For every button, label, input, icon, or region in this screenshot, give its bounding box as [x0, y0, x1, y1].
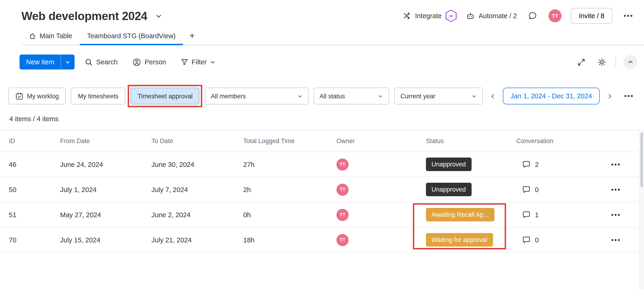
ellipsis-icon — [615, 164, 616, 165]
owner-avatar[interactable]: TT — [336, 234, 348, 246]
cell-from-date: July 15, 2024 — [60, 236, 152, 244]
table-row[interactable]: 70 July 15, 2024 July 21, 2024 18h TT Wa… — [0, 228, 644, 253]
cell-to-date: July 7, 2024 — [152, 186, 243, 193]
conversation-count: 1 — [535, 211, 539, 218]
page-title: Web development 2024 — [22, 9, 147, 22]
period-dropdown-value: Current year — [400, 92, 436, 100]
filterbar-more-menu-button[interactable] — [622, 90, 635, 102]
scrollbar-thumb[interactable] — [640, 132, 643, 188]
status-badge[interactable]: Unapproved — [426, 183, 471, 196]
chevron-down-icon — [297, 94, 302, 98]
status-badge[interactable]: Waiting for approval — [426, 233, 493, 246]
ellipsis-icon — [615, 214, 616, 216]
new-item-button[interactable]: New item — [20, 54, 61, 70]
person-icon — [132, 58, 142, 66]
cell-total-logged-time: 27h — [243, 160, 336, 168]
toolbar: New item Search Person Filter — [0, 45, 644, 75]
chevron-down-icon — [378, 94, 383, 98]
robot-icon — [466, 12, 475, 20]
speech-bubble-icon — [522, 210, 531, 219]
column-header-owner[interactable]: Owner — [336, 138, 426, 144]
ellipsis-icon — [627, 15, 629, 17]
column-header-to-date[interactable]: To Date — [152, 138, 243, 144]
owner-avatar[interactable]: TT — [336, 158, 348, 170]
table-row[interactable]: 51 May 27, 2024 June 2, 2024 0h TT Await… — [0, 202, 644, 228]
my-worklog-button[interactable]: My worklog — [8, 88, 66, 104]
owner-avatar[interactable]: TT — [336, 208, 348, 221]
cell-total-logged-time: 2h — [243, 186, 336, 193]
collapse-toolbar-button[interactable] — [624, 55, 638, 69]
row-menu-button[interactable] — [609, 183, 622, 196]
my-timesheets-label: My timesheets — [78, 92, 118, 100]
automate-button[interactable]: Automate / 2 — [466, 12, 517, 20]
search-button[interactable]: Search — [80, 54, 122, 70]
settings-gear-icon[interactable] — [595, 56, 608, 68]
funnel-icon — [181, 58, 188, 66]
cell-from-date: May 27, 2024 — [60, 211, 152, 218]
integrate-button[interactable]: Integrate ∞ — [403, 10, 457, 22]
column-header-status[interactable]: Status — [426, 138, 516, 144]
board-tabs: Main Table Teamboard STG (BoardView) + — [22, 27, 644, 45]
cell-total-logged-time: 0h — [243, 211, 336, 218]
row-menu-button[interactable] — [609, 208, 622, 221]
conversation-button[interactable]: 2 — [516, 160, 591, 169]
calendar-check-icon — [16, 92, 23, 100]
timesheet-approval-button[interactable]: Timesheet approval — [131, 88, 200, 104]
vertical-scrollbar[interactable] — [639, 130, 644, 289]
table-row[interactable]: 50 July 1, 2024 July 7, 2024 2h TT Unapp… — [0, 177, 644, 202]
chevron-down-icon — [210, 60, 215, 64]
person-filter-button[interactable]: Person — [128, 54, 171, 70]
my-timesheets-button[interactable]: My timesheets — [71, 88, 126, 104]
chat-icon[interactable] — [526, 9, 539, 22]
board-page: Web development 2024 Integrate ∞ Automat… — [0, 0, 644, 289]
integrate-label: Integrate — [415, 12, 442, 20]
header-more-menu-button[interactable] — [622, 9, 635, 22]
conversation-count: 2 — [535, 160, 539, 168]
cell-id: 46 — [9, 160, 60, 168]
owner-avatar[interactable]: TT — [336, 184, 348, 196]
column-header-id[interactable]: ID — [9, 138, 60, 144]
members-dropdown-value: All members — [211, 92, 246, 100]
row-menu-button[interactable] — [609, 158, 622, 171]
next-period-button[interactable] — [605, 90, 615, 102]
column-header-conversation[interactable]: Conversation — [516, 138, 591, 144]
board-title-menu[interactable]: Web development 2024 — [22, 9, 165, 22]
new-item-dropdown-button[interactable] — [61, 54, 75, 70]
filter-button[interactable]: Filter — [176, 54, 220, 70]
conversation-button[interactable]: 1 — [516, 210, 591, 219]
cell-to-date: June 30, 2024 — [152, 160, 243, 168]
invite-button[interactable]: Invite / 8 — [571, 8, 612, 24]
status-badge[interactable]: Awaiting Recall Ap... — [426, 208, 494, 222]
filter-bar: My worklog My timesheets Timesheet appro… — [0, 75, 644, 104]
timesheet-approval-label: Timesheet approval — [138, 92, 193, 100]
period-dropdown[interactable]: Current year — [394, 88, 483, 104]
members-dropdown[interactable]: All members — [205, 88, 308, 104]
tab-label: Main Table — [40, 32, 72, 40]
status-badge[interactable]: Unapproved — [426, 158, 471, 171]
highlight-box-timesheet-approval: Timesheet approval — [131, 88, 200, 104]
add-view-button[interactable]: + — [183, 27, 201, 45]
tab-teamboard-stg[interactable]: Teamboard STG (BoardView) — [80, 27, 183, 45]
date-range-button[interactable]: Jan 1, 2024 - Dec 31, 2024 — [502, 88, 600, 104]
previous-period-button[interactable] — [488, 90, 498, 102]
conversation-button[interactable]: 0 — [516, 236, 591, 244]
fullscreen-icon[interactable] — [574, 56, 588, 68]
top-header: Web development 2024 Integrate ∞ Automat… — [0, 0, 644, 27]
column-header-from-date[interactable]: From Date — [60, 138, 152, 144]
speech-bubble-icon — [522, 160, 531, 169]
cell-from-date: June 24, 2024 — [60, 160, 152, 168]
ellipsis-icon — [628, 95, 630, 97]
person-label: Person — [145, 58, 166, 66]
conversation-button[interactable]: 0 — [516, 185, 591, 194]
user-avatar[interactable]: TT — [548, 9, 562, 22]
integration-hexagon-badge: ∞ — [446, 10, 457, 22]
tab-main-table[interactable]: Main Table — [22, 27, 80, 45]
table-row[interactable]: 46 June 24, 2024 June 30, 2024 27h TT Un… — [0, 152, 644, 177]
search-icon — [85, 58, 93, 66]
chevron-down-icon[interactable] — [152, 9, 165, 22]
search-label: Search — [96, 58, 118, 66]
status-dropdown[interactable]: All status — [314, 88, 389, 104]
column-header-total-logged-time[interactable]: Total Logged Time — [243, 138, 336, 144]
cell-to-date: July 21, 2024 — [152, 236, 243, 244]
row-menu-button[interactable] — [609, 233, 622, 246]
